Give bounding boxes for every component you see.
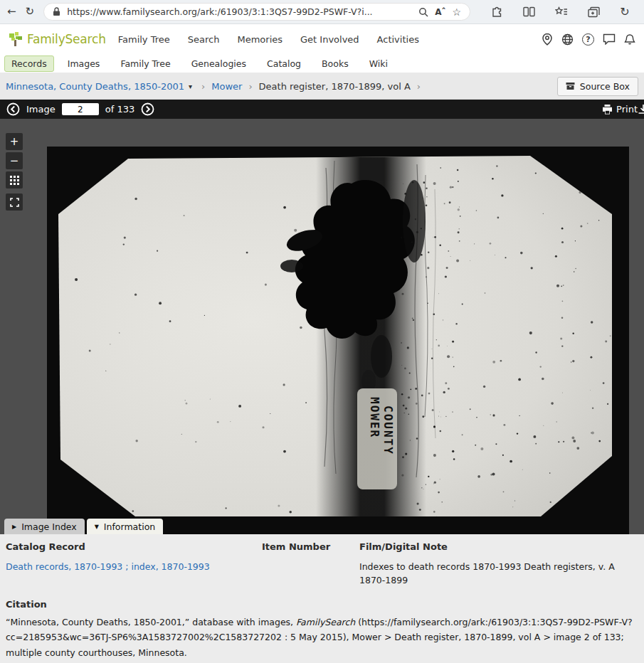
- split-screen-icon[interactable]: [523, 6, 535, 17]
- item-number-heading: Item Number: [262, 541, 359, 552]
- tree-logo-icon: [7, 31, 24, 48]
- film-digital-note-heading: Film/Digital Note: [359, 541, 638, 552]
- breadcrumb-separator-icon[interactable]: ›: [417, 81, 421, 92]
- chevron-left-icon: [6, 102, 20, 116]
- image-count-label: of 133: [105, 104, 134, 115]
- nav-family-tree[interactable]: Family Tree: [118, 34, 170, 45]
- zoom-controls: + −: [6, 133, 23, 211]
- nav-activities[interactable]: Activities: [377, 34, 419, 45]
- citation-part1: “Minnesota, County Deaths, 1850-2001,” d…: [6, 617, 296, 627]
- breadcrumb-separator-icon: ›: [248, 81, 252, 92]
- spine-word-1: MOWER: [368, 397, 381, 438]
- next-image-button[interactable]: [141, 102, 154, 116]
- favorite-star-icon[interactable]: ☆: [453, 6, 462, 18]
- lock-icon: [53, 7, 60, 16]
- film-digital-note-text: Indexes to death records 1870-1993 Death…: [359, 561, 615, 585]
- location-pin-icon[interactable]: [542, 33, 553, 46]
- address-bar[interactable]: https://www.familysearch.org/ark:/61903/…: [43, 3, 470, 21]
- toolbar-right: Print: [602, 104, 638, 115]
- printer-icon: [602, 105, 613, 115]
- catalog-record-link[interactable]: Death records, 1870-1993 ; index, 1870-1…: [6, 561, 210, 572]
- film-frame: MOWER COUNTY: [47, 147, 629, 534]
- tab-genealogies[interactable]: Genealogies: [184, 55, 253, 72]
- read-aloud-icon[interactable]: Aˆ: [435, 7, 445, 17]
- download-icon[interactable]: [638, 104, 644, 117]
- image-number-input[interactable]: [62, 103, 99, 115]
- expanded-arrow-icon: ▼: [95, 524, 99, 530]
- search-icon[interactable]: [418, 7, 428, 17]
- tab-catalog[interactable]: Catalog: [260, 55, 308, 72]
- item-number-column: Item Number: [262, 541, 359, 586]
- breadcrumb-waypoint-link[interactable]: Mower: [211, 81, 242, 92]
- nav-search[interactable]: Search: [188, 34, 220, 45]
- chevron-right-icon: [141, 102, 154, 116]
- source-box-button[interactable]: Source Box: [557, 77, 638, 96]
- back-icon[interactable]: ←: [7, 6, 16, 17]
- tab-images[interactable]: Images: [60, 55, 107, 72]
- collection-dropdown-caret-icon[interactable]: ▾: [189, 83, 192, 90]
- page: ← ↻ https://www.familysearch.org/ark:/61…: [0, 0, 644, 663]
- bottom-panel-tabs: ▶ Image Index ▼ Information: [4, 519, 163, 534]
- image-viewer: + −: [0, 119, 644, 534]
- tab-wiki[interactable]: Wiki: [362, 55, 395, 72]
- messages-icon[interactable]: [603, 33, 616, 45]
- browser-actions: ↻: [491, 6, 619, 18]
- site-header: FamilySearch Family Tree Search Memories…: [0, 24, 644, 54]
- favorites-bar-icon[interactable]: [555, 6, 568, 17]
- extensions-icon[interactable]: [491, 6, 503, 18]
- browser-chrome: ← ↻ https://www.familysearch.org/ark:/61…: [0, 0, 644, 24]
- familysearch-logo[interactable]: FamilySearch: [7, 31, 106, 48]
- source-box-label: Source Box: [580, 81, 630, 92]
- catalog-info-grid: Catalog Record Death records, 1870-1993 …: [6, 541, 638, 586]
- print-button[interactable]: Print: [602, 104, 638, 115]
- information-label: Information: [104, 521, 155, 532]
- breadcrumb-separator-icon: ›: [201, 81, 205, 92]
- previous-image-button[interactable]: [6, 102, 20, 116]
- collections-icon[interactable]: [588, 6, 600, 18]
- section-tabs: Records Images Family Tree Genealogies C…: [0, 54, 644, 73]
- fullscreen-button[interactable]: [6, 193, 23, 211]
- url-text: https://www.familysearch.org/ark:/61903/…: [67, 6, 412, 17]
- catalog-record-heading: Catalog Record: [6, 541, 262, 552]
- nav-memories[interactable]: Memories: [237, 34, 283, 45]
- globe-icon[interactable]: [561, 33, 574, 46]
- zoom-in-button[interactable]: +: [6, 133, 23, 150]
- breadcrumb-item-label: Death register, 1870-1899, vol A: [259, 81, 411, 92]
- fullscreen-icon: [10, 198, 19, 207]
- grid-view-button[interactable]: [6, 171, 23, 189]
- image-label: Image: [26, 104, 56, 115]
- tab-books[interactable]: Books: [315, 55, 356, 72]
- citation-heading: Citation: [6, 599, 638, 610]
- main-nav: Family Tree Search Memories Get Involved…: [118, 34, 419, 45]
- header-icons: ?: [542, 33, 637, 46]
- film-note-column: Film/Digital Note Indexes to death recor…: [359, 541, 638, 586]
- zoom-out-button[interactable]: −: [6, 152, 23, 169]
- image-index-label: Image Index: [21, 521, 77, 532]
- print-label: Print: [616, 104, 638, 115]
- logo-text: FamilySearch: [27, 32, 106, 46]
- citation-source-italic: FamilySearch: [296, 617, 355, 627]
- image-toolbar: Image of 133 Print: [0, 100, 644, 119]
- image-index-tab[interactable]: ▶ Image Index: [4, 519, 85, 534]
- information-panel: Catalog Record Death records, 1870-1993 …: [0, 534, 644, 663]
- breadcrumb-collection-link[interactable]: Minnesota, County Deaths, 1850-2001: [6, 81, 184, 92]
- tab-records[interactable]: Records: [4, 55, 54, 72]
- citation-section: Citation “Minnesota, County Deaths, 1850…: [6, 599, 638, 663]
- breadcrumb: Minnesota, County Deaths, 1850-2001 ▾ › …: [0, 73, 644, 100]
- notifications-bell-icon[interactable]: [624, 33, 635, 46]
- nav-get-involved[interactable]: Get Involved: [300, 34, 359, 45]
- grid-icon: [10, 176, 19, 185]
- spine-word-2: COUNTY: [381, 405, 395, 455]
- collapsed-arrow-icon: ▶: [12, 524, 16, 530]
- tab-family-tree[interactable]: Family Tree: [113, 55, 177, 72]
- source-box-icon: [566, 82, 575, 90]
- refresh-icon[interactable]: ↻: [26, 6, 35, 17]
- catalog-record-column: Catalog Record Death records, 1870-1993 …: [6, 541, 262, 586]
- history-icon[interactable]: ↻: [620, 6, 629, 18]
- record-image[interactable]: MOWER COUNTY: [47, 147, 629, 534]
- citation-text: “Minnesota, County Deaths, 1850-2001,” d…: [6, 615, 638, 660]
- help-icon[interactable]: ?: [582, 33, 594, 46]
- information-tab[interactable]: ▼ Information: [87, 519, 164, 534]
